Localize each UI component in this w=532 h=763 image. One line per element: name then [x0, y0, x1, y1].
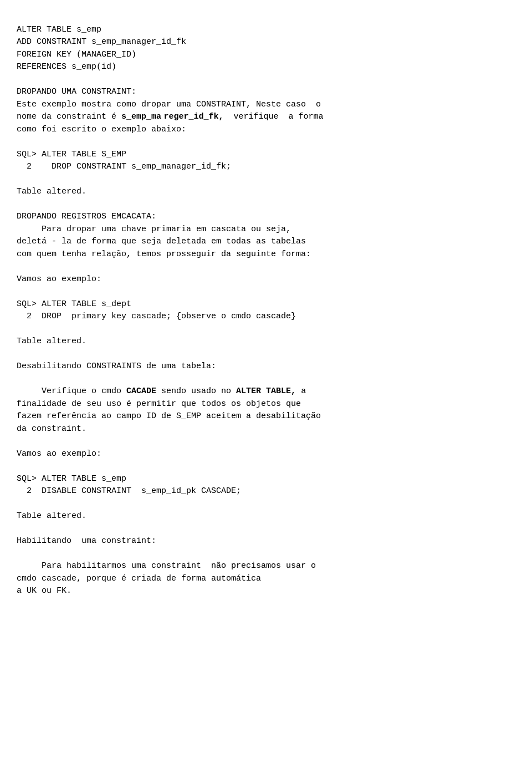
bold-cacade: CACADE — [126, 386, 156, 396]
main-content: ALTER TABLE s_emp ADD CONSTRAINT s_emp_m… — [17, 11, 515, 610]
bold-alter-table: ALTER TABLE, — [236, 386, 296, 396]
text-body: ALTER TABLE s_emp ADD CONSTRAINT s_emp_m… — [17, 11, 515, 610]
bold-constraint-name: s_emp_ma reger_id_fk, — [121, 112, 224, 121]
line-1: ALTER TABLE s_emp ADD CONSTRAINT s_emp_m… — [17, 25, 324, 596]
